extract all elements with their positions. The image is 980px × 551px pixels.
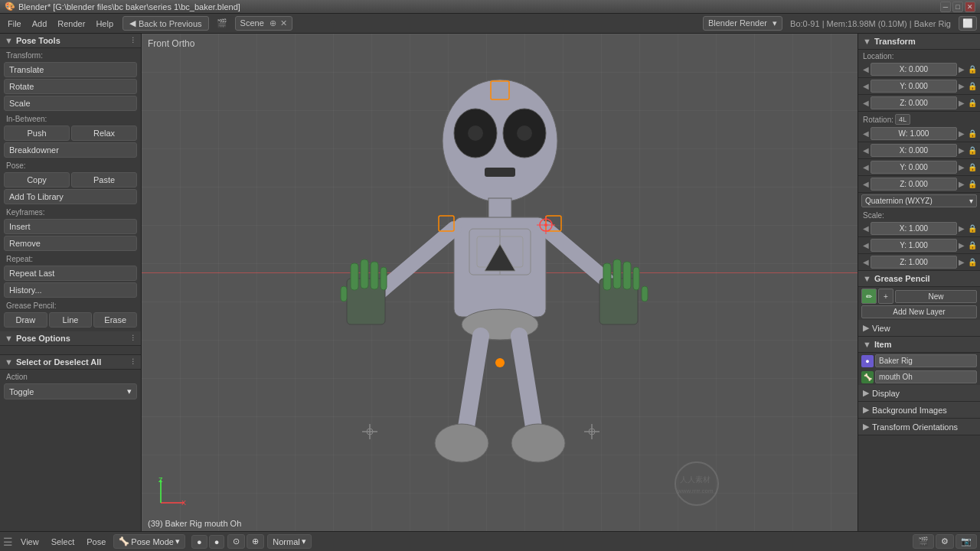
scale-x-field[interactable]: X: 1.000 [871, 222, 957, 235]
panel-select-handle[interactable]: ⋮ [129, 358, 136, 366]
minimize-button[interactable]: ─ [940, 2, 951, 12]
grease-pencil-section-header[interactable]: ▼ Grease Pencil [858, 271, 980, 287]
pose-tools-header[interactable]: ▼ Pose Tools ⋮ [0, 34, 141, 48]
rotate-button[interactable]: Rotate [4, 79, 137, 94]
translate-button[interactable]: Translate [4, 62, 137, 77]
loc-z-lock-icon[interactable]: 🔒 [968, 99, 977, 107]
back-to-previous-button[interactable]: ◀ Back to Previous [122, 16, 209, 31]
render-engine-selector[interactable]: Blender Render ▾ [703, 16, 782, 31]
settings-icon-button[interactable]: ⚙ [936, 534, 954, 549]
gp-pencil-icon-button[interactable]: ✏ [861, 289, 877, 304]
rot-w-inc[interactable]: ▶ [957, 129, 966, 138]
transform-section-header[interactable]: ▼ Transform [858, 34, 980, 50]
rot-x-dec[interactable]: ◀ [861, 146, 871, 155]
rotation-w-field[interactable]: W: 1.000 [871, 127, 957, 140]
rotation-x-field[interactable]: X: 0.000 [871, 144, 957, 157]
rot-z-inc[interactable]: ▶ [957, 180, 966, 188]
shading-dot2[interactable]: ● [209, 535, 225, 549]
rot-y-inc[interactable]: ▶ [957, 163, 966, 171]
display-section-header[interactable]: ▶ Display [858, 385, 980, 402]
snap-button[interactable]: ⊕ [247, 534, 264, 549]
loc-y-dec[interactable]: ◀ [861, 82, 871, 90]
scene-selector[interactable]: Scene ⊕ ✕ [235, 16, 292, 31]
scale-y-inc[interactable]: ▶ [957, 241, 966, 249]
breakdowner-button[interactable]: Breakdowner [4, 142, 137, 158]
menu-render[interactable]: Render [53, 18, 90, 30]
rot-y-lock-icon[interactable]: 🔒 [968, 163, 977, 171]
menu-file[interactable]: File [3, 18, 26, 30]
rot-x-lock-icon[interactable]: 🔒 [968, 146, 977, 155]
scale-y-dec[interactable]: ◀ [861, 241, 871, 249]
normal-dropdown[interactable]: Normal ▾ [267, 534, 311, 549]
viewport-icon-button[interactable]: 📷 [956, 534, 977, 549]
panel-resize-handle[interactable]: ⋮ [129, 37, 136, 44]
add-new-layer-button[interactable]: Add New Layer [861, 305, 977, 318]
location-y-field[interactable]: Y: 0.000 [871, 80, 957, 93]
rot-w-dec[interactable]: ◀ [861, 129, 871, 138]
scale-x-inc[interactable]: ▶ [957, 224, 966, 233]
remove-button[interactable]: Remove [4, 236, 137, 251]
relax-button[interactable]: Relax [71, 126, 137, 141]
scale-z-field[interactable]: Z: 1.000 [871, 256, 957, 269]
select-deselect-header[interactable]: ▼ Select or Deselect All ⋮ [0, 355, 141, 370]
rot-y-dec[interactable]: ◀ [861, 163, 871, 171]
loc-z-dec[interactable]: ◀ [861, 99, 871, 107]
maximize-button[interactable]: □ [952, 2, 963, 12]
scale-y-field[interactable]: Y: 1.000 [871, 239, 957, 252]
bottom-menu-icon[interactable]: ☰ [3, 536, 13, 548]
pose-options-header[interactable]: ▼ Pose Options ⋮ [0, 331, 141, 346]
gp-plus-icon-button[interactable]: + [878, 289, 893, 304]
rotation-z-field[interactable]: Z: 0.000 [871, 178, 957, 191]
render-icon-button[interactable]: 🎬 [913, 534, 934, 549]
rot-x-inc[interactable]: ▶ [957, 146, 966, 155]
scale-z-inc[interactable]: ▶ [957, 258, 966, 266]
view-section-header[interactable]: ▶ View [858, 320, 980, 337]
bottom-view-menu[interactable]: View [16, 536, 44, 548]
rot-z-lock-icon[interactable]: 🔒 [968, 180, 977, 188]
menu-help[interactable]: Help [91, 18, 118, 30]
close-button[interactable]: ✕ [965, 2, 975, 12]
history-button[interactable]: History... [4, 282, 137, 298]
rot-z-dec[interactable]: ◀ [861, 180, 871, 188]
location-z-field[interactable]: Z: 0.000 [871, 96, 957, 109]
bottom-select-menu[interactable]: Select [47, 536, 80, 548]
loc-x-lock-icon[interactable]: 🔒 [968, 65, 977, 73]
fullscreen-button[interactable]: ⬜ [959, 16, 977, 31]
erase-button[interactable]: Erase [93, 312, 137, 328]
scale-z-dec[interactable]: ◀ [861, 258, 871, 266]
background-images-section-header[interactable]: ▶ Background Images [858, 402, 980, 419]
object-name-field[interactable]: Baker Rig [875, 354, 977, 367]
loc-y-inc[interactable]: ▶ [957, 82, 966, 90]
rotation-y-field[interactable]: Y: 0.000 [871, 161, 957, 174]
scale-x-lock-icon[interactable]: 🔒 [968, 224, 977, 233]
scale-button[interactable]: Scale [4, 96, 137, 111]
shading-dot1[interactable]: ● [191, 535, 207, 549]
gp-new-button[interactable]: New [895, 290, 977, 303]
loc-y-lock-icon[interactable]: 🔒 [968, 82, 977, 90]
menu-add[interactable]: Add [28, 18, 52, 30]
scale-z-lock-icon[interactable]: 🔒 [968, 258, 977, 266]
repeat-last-button[interactable]: Repeat Last [4, 266, 137, 281]
push-button[interactable]: Push [4, 126, 70, 141]
proportional-edit-button[interactable]: ⊙ [227, 534, 245, 549]
viewport[interactable]: Front Ortho [142, 34, 858, 531]
loc-z-inc[interactable]: ▶ [957, 99, 966, 107]
draw-button[interactable]: Draw [4, 312, 47, 328]
mode-selector[interactable]: 🦴 Pose Mode ▾ [113, 534, 185, 549]
rot-w-lock-icon[interactable]: 🔒 [968, 129, 977, 138]
loc-x-dec[interactable]: ◀ [861, 65, 871, 73]
copy-button[interactable]: Copy [4, 172, 70, 187]
insert-button[interactable]: Insert [4, 219, 137, 234]
bone-name-field[interactable]: mouth Oh [875, 370, 977, 383]
loc-x-inc[interactable]: ▶ [957, 65, 966, 73]
line-button[interactable]: Line [49, 312, 93, 328]
bottom-pose-menu[interactable]: Pose [82, 536, 110, 548]
panel-options-handle[interactable]: ⋮ [129, 334, 136, 342]
scale-y-lock-icon[interactable]: 🔒 [968, 241, 977, 249]
action-dropdown[interactable]: Toggle ▾ [4, 383, 137, 399]
item-section-header[interactable]: ▼ Item [858, 337, 980, 353]
scale-x-dec[interactable]: ◀ [861, 224, 871, 233]
rotation-mode-dropdown[interactable]: Quaternion (WXYZ) ▾ [861, 194, 977, 207]
paste-button[interactable]: Paste [71, 172, 137, 187]
transform-orientations-section-header[interactable]: ▶ Transform Orientations [858, 419, 980, 435]
